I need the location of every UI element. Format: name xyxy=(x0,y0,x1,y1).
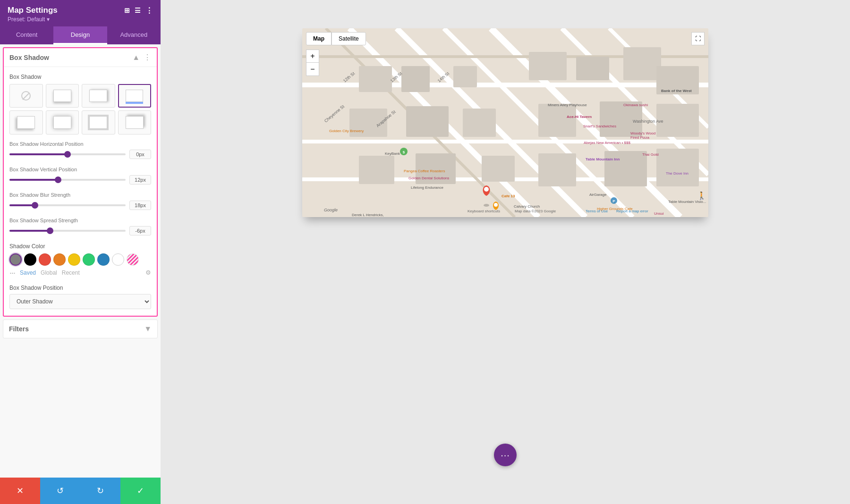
map-type-controls: Map Satellite xyxy=(306,32,366,45)
svg-text:Table Mountain Visio...: Table Mountain Visio... xyxy=(668,200,706,204)
color-tab-saved[interactable]: Saved xyxy=(20,269,36,276)
map-tab[interactable]: Map xyxy=(306,32,332,45)
layout-icon[interactable]: ☰ xyxy=(135,7,141,14)
preset-selector[interactable]: Preset: Default ▾ xyxy=(8,16,153,23)
tab-content[interactable]: Content xyxy=(0,26,53,44)
map-background: 12th St 13th St 14th St Cheyenne St Arap… xyxy=(302,28,708,217)
position-select[interactable]: Outer Shadow Inner Shadow xyxy=(9,294,151,309)
svg-text:Table Mountain Inn: Table Mountain Inn xyxy=(586,157,620,161)
svg-text:P: P xyxy=(612,199,615,203)
color-more-dots[interactable]: ··· xyxy=(9,269,15,277)
settings-tabs: Content Design Advanced xyxy=(0,26,161,44)
grid-icon[interactable]: ⊞ xyxy=(124,7,130,14)
vertical-value[interactable] xyxy=(129,175,151,185)
shadow-color-control: Shadow Color ··· Saved xyxy=(9,243,151,277)
shadow-none-swatch[interactable] xyxy=(9,84,43,108)
blur-value[interactable] xyxy=(129,201,151,210)
collapse-icon[interactable]: ▲ xyxy=(132,53,140,62)
position-label: Box Shadow Position xyxy=(9,285,151,291)
color-blue-swatch[interactable] xyxy=(97,253,110,266)
shadow-bottom-swatch[interactable] xyxy=(46,84,79,108)
save-button[interactable]: ✓ xyxy=(120,478,161,504)
svg-text:AirGarage: AirGarage xyxy=(589,193,607,197)
svg-text:Derek L Hendricks,: Derek L Hendricks, xyxy=(352,213,384,217)
svg-text:Cafe 13: Cafe 13 xyxy=(502,194,515,198)
svg-text:Abejas New American • $$$: Abejas New American • $$$ xyxy=(584,141,630,145)
color-eraser-swatch[interactable] xyxy=(127,253,139,266)
svg-text:Woody's Wood: Woody's Wood xyxy=(630,131,655,135)
fullscreen-button[interactable]: ⛶ xyxy=(691,32,705,45)
map-roads-svg: 12th St 13th St 14th St Cheyenne St Arap… xyxy=(302,28,708,217)
svg-text:Miners Alley Playhouse: Miners Alley Playhouse xyxy=(548,103,587,107)
horizontal-position-control: Box Shadow Horizontal Position xyxy=(9,141,151,159)
vertical-track[interactable] xyxy=(9,179,126,181)
horizontal-value[interactable] xyxy=(129,150,151,159)
section-header-icons: ▲ ⋮ xyxy=(132,53,151,62)
svg-text:Bank of the West: Bank of the West xyxy=(661,89,692,93)
color-tab-recent[interactable]: Recent xyxy=(62,269,80,276)
sidebar-footer: ✕ ↺ ↻ ✓ xyxy=(0,478,161,504)
color-orange-swatch[interactable] xyxy=(53,253,66,266)
fab-button[interactable]: ··· xyxy=(494,444,517,466)
undo-button[interactable]: ↺ xyxy=(40,478,80,504)
blur-track[interactable] xyxy=(9,204,126,206)
svg-text:Terms of Use: Terms of Use xyxy=(586,209,608,213)
color-white-swatch[interactable] xyxy=(112,253,124,266)
svg-text:KeyBank: KeyBank xyxy=(385,151,400,156)
spread-value[interactable] xyxy=(129,226,151,235)
shadow-right-swatch[interactable] xyxy=(82,84,115,108)
blur-label: Box Shadow Blur Strength xyxy=(9,192,151,198)
horizontal-track[interactable] xyxy=(9,153,126,155)
svg-text:Pangea Coffee Roasters: Pangea Coffee Roasters xyxy=(404,169,445,173)
color-black-swatch[interactable] xyxy=(24,253,36,266)
shadow-tr-swatch[interactable] xyxy=(118,110,152,134)
sidebar: Map Settings ⊞ ☰ ⋮ Preset: Default ▾ Con… xyxy=(0,0,161,504)
svg-text:Report a map error: Report a map error xyxy=(616,209,648,213)
shadow-bl-swatch[interactable] xyxy=(9,110,43,134)
shadow-bottom-blue-swatch[interactable] xyxy=(118,84,152,108)
shadow-center-swatch[interactable] xyxy=(82,110,115,134)
color-swatches-row xyxy=(9,253,151,266)
svg-text:Google: Google xyxy=(324,208,338,212)
shadow-color-label: Shadow Color xyxy=(9,243,151,250)
color-yellow-swatch[interactable] xyxy=(68,253,80,266)
svg-point-40 xyxy=(494,203,498,207)
svg-text:Washington Ave: Washington Ave xyxy=(633,119,663,124)
filters-expand-icon[interactable]: ▼ xyxy=(144,325,152,333)
svg-text:The Dove Inn: The Dove Inn xyxy=(666,171,688,176)
svg-rect-21 xyxy=(463,109,496,137)
svg-rect-15 xyxy=(529,52,567,80)
svg-text:Fired Pizza: Fired Pizza xyxy=(630,135,650,140)
satellite-tab[interactable]: Satellite xyxy=(332,32,366,45)
color-tab-global[interactable]: Global xyxy=(41,269,57,276)
color-green-swatch[interactable] xyxy=(83,253,95,266)
cancel-button[interactable]: ✕ xyxy=(0,478,40,504)
shadow-full-swatch[interactable] xyxy=(46,110,79,134)
svg-rect-29 xyxy=(604,151,647,186)
tab-advanced[interactable]: Advanced xyxy=(107,26,161,44)
color-tabs-row: ··· Saved Global Recent ⚙ xyxy=(9,269,151,277)
redo-button[interactable]: ↻ xyxy=(80,478,120,504)
svg-text:Golden Dental Solutions: Golden Dental Solutions xyxy=(408,176,449,180)
tab-design[interactable]: Design xyxy=(53,26,107,44)
blur-control: Box Shadow Blur Strength xyxy=(9,192,151,210)
spread-track[interactable] xyxy=(9,230,126,232)
svg-rect-30 xyxy=(656,149,699,186)
sidebar-content: Box Shadow ▲ ⋮ Box Shadow xyxy=(0,44,161,478)
horizontal-label: Box Shadow Horizontal Position xyxy=(9,141,151,147)
map-zoom-controls: + − xyxy=(306,50,319,76)
sidebar-title-row: Map Settings ⊞ ☰ ⋮ xyxy=(8,6,153,15)
blur-slider-row xyxy=(9,201,151,210)
zoom-in-button[interactable]: + xyxy=(306,50,319,63)
fab-icon: ··· xyxy=(501,450,510,461)
svg-rect-16 xyxy=(576,57,609,80)
section-more-icon[interactable]: ⋮ xyxy=(144,53,151,62)
filters-header: Filters ▼ xyxy=(3,320,157,338)
color-gray-swatch[interactable] xyxy=(9,253,22,266)
color-settings-icon[interactable]: ⚙ xyxy=(145,269,151,276)
zoom-out-button[interactable]: − xyxy=(306,63,319,76)
color-red-swatch[interactable] xyxy=(39,253,51,266)
sidebar-header: Map Settings ⊞ ☰ ⋮ Preset: Default ▾ xyxy=(0,0,161,26)
map-container[interactable]: 12th St 13th St 14th St Cheyenne St Arap… xyxy=(302,28,708,217)
more-icon[interactable]: ⋮ xyxy=(145,6,153,15)
